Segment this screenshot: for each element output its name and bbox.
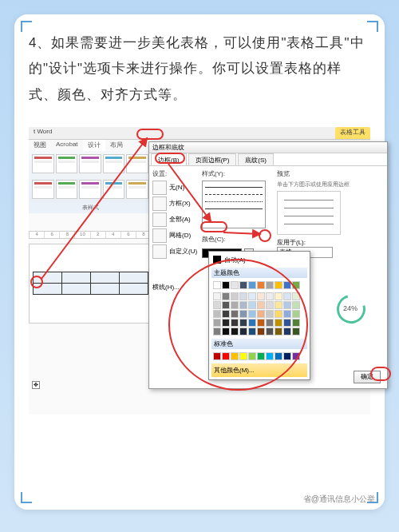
style-thumb[interactable] bbox=[56, 154, 78, 173]
color-swatch[interactable] bbox=[266, 281, 274, 289]
style-thumb[interactable] bbox=[126, 180, 148, 199]
color-swatch[interactable] bbox=[292, 352, 300, 360]
color-swatch[interactable] bbox=[248, 310, 256, 318]
color-swatch[interactable] bbox=[292, 310, 300, 318]
style-thumb[interactable] bbox=[79, 180, 101, 199]
color-swatch[interactable] bbox=[231, 281, 239, 289]
color-swatch[interactable] bbox=[292, 292, 300, 300]
color-swatch[interactable] bbox=[292, 281, 300, 289]
table-styles-gallery[interactable] bbox=[29, 151, 152, 177]
color-swatch[interactable] bbox=[266, 328, 274, 335]
color-swatch[interactable] bbox=[283, 352, 291, 360]
color-swatch[interactable] bbox=[248, 328, 256, 335]
color-swatch[interactable] bbox=[239, 352, 247, 360]
style-thumb[interactable] bbox=[32, 154, 54, 173]
color-swatch[interactable] bbox=[213, 281, 221, 289]
color-swatch[interactable] bbox=[222, 310, 230, 318]
color-swatch[interactable] bbox=[222, 281, 230, 289]
style-thumb[interactable] bbox=[103, 180, 125, 199]
color-swatch[interactable] bbox=[239, 328, 247, 335]
color-swatch[interactable] bbox=[257, 328, 265, 335]
color-swatch[interactable] bbox=[257, 292, 265, 300]
color-swatch[interactable] bbox=[283, 319, 291, 327]
color-swatch[interactable] bbox=[231, 328, 239, 335]
color-swatch[interactable] bbox=[275, 319, 282, 327]
style-thumb[interactable] bbox=[32, 180, 54, 199]
preset-none[interactable]: 无(N) bbox=[152, 181, 199, 195]
color-swatch[interactable] bbox=[248, 352, 256, 360]
color-swatch[interactable] bbox=[239, 281, 247, 289]
table-move-handle[interactable]: ✥ bbox=[32, 381, 40, 389]
color-swatch[interactable] bbox=[213, 292, 221, 300]
color-swatch[interactable] bbox=[283, 292, 291, 300]
color-swatch[interactable] bbox=[266, 319, 274, 327]
preset-all[interactable]: 全部(A) bbox=[152, 212, 199, 227]
color-swatch[interactable] bbox=[222, 319, 230, 327]
color-swatch[interactable] bbox=[275, 292, 282, 300]
auto-color[interactable]: 自动(A) bbox=[211, 254, 307, 266]
color-swatch[interactable] bbox=[266, 292, 274, 300]
style-listbox[interactable] bbox=[202, 181, 266, 228]
style-thumb[interactable] bbox=[126, 154, 148, 173]
preview-box[interactable] bbox=[277, 191, 341, 235]
color-swatch[interactable] bbox=[292, 328, 300, 335]
color-swatch[interactable] bbox=[292, 319, 300, 327]
color-swatch[interactable] bbox=[222, 301, 230, 309]
color-swatch[interactable] bbox=[248, 301, 256, 309]
color-swatch[interactable] bbox=[231, 352, 239, 360]
color-swatch[interactable] bbox=[283, 301, 291, 309]
color-swatch[interactable] bbox=[292, 301, 300, 309]
color-swatch[interactable] bbox=[213, 301, 221, 309]
color-swatch[interactable] bbox=[257, 281, 265, 289]
color-swatch[interactable] bbox=[213, 319, 221, 327]
style-thumb[interactable] bbox=[103, 154, 125, 173]
horiz-line-link[interactable]: 横线(H)... bbox=[152, 283, 199, 292]
style-thumb[interactable] bbox=[56, 180, 78, 199]
preset-box[interactable]: 方框(X) bbox=[152, 197, 199, 211]
color-swatch[interactable] bbox=[257, 319, 265, 327]
color-swatch[interactable] bbox=[257, 352, 265, 360]
tab-view[interactable]: 视图 bbox=[29, 140, 51, 151]
color-swatch[interactable] bbox=[248, 281, 256, 289]
color-swatch[interactable] bbox=[257, 301, 265, 309]
color-swatch[interactable] bbox=[283, 281, 291, 289]
dlg-tab-shading[interactable]: 底纹(S) bbox=[238, 153, 274, 165]
style-thumb[interactable] bbox=[79, 154, 101, 173]
preset-grid[interactable]: 网格(D) bbox=[152, 228, 199, 243]
color-swatch[interactable] bbox=[275, 310, 282, 318]
preset-custom[interactable]: 自定义(U) bbox=[152, 244, 199, 259]
color-swatch[interactable] bbox=[266, 352, 274, 360]
color-swatch[interactable] bbox=[239, 310, 247, 318]
color-swatch[interactable] bbox=[231, 292, 239, 300]
dlg-tab-page[interactable]: 页面边框(P) bbox=[188, 153, 237, 165]
ruler[interactable]: 468 1024 68 bbox=[29, 231, 152, 239]
color-swatch[interactable] bbox=[231, 301, 239, 309]
color-swatch[interactable] bbox=[266, 310, 274, 318]
tab-acrobat[interactable]: Acrobat bbox=[51, 140, 83, 151]
color-swatch[interactable] bbox=[283, 310, 291, 318]
doc-page[interactable] bbox=[29, 244, 152, 324]
color-swatch[interactable] bbox=[239, 301, 247, 309]
tab-design[interactable]: 设计 bbox=[83, 140, 105, 151]
color-swatch[interactable] bbox=[222, 328, 230, 335]
table-tools-tab[interactable]: 表格工具 bbox=[335, 127, 370, 139]
color-swatch[interactable] bbox=[222, 292, 230, 300]
dlg-tab-border[interactable]: 边框(B) bbox=[151, 153, 187, 165]
color-swatch[interactable] bbox=[239, 292, 247, 300]
ok-button[interactable]: 确定 bbox=[354, 371, 381, 383]
color-swatch[interactable] bbox=[248, 319, 256, 327]
color-swatch[interactable] bbox=[275, 281, 282, 289]
color-swatch[interactable] bbox=[275, 328, 282, 335]
color-swatch[interactable] bbox=[266, 301, 274, 309]
color-swatch[interactable] bbox=[213, 328, 221, 335]
color-swatch[interactable] bbox=[213, 352, 221, 360]
color-swatch[interactable] bbox=[257, 310, 265, 318]
color-swatch[interactable] bbox=[239, 319, 247, 327]
more-colors[interactable]: 其他颜色(M)... bbox=[211, 363, 307, 377]
color-swatch[interactable] bbox=[275, 301, 282, 309]
tab-layout[interactable]: 布局 bbox=[105, 140, 128, 151]
color-swatch[interactable] bbox=[213, 310, 221, 318]
color-swatch[interactable] bbox=[222, 352, 230, 360]
color-swatch[interactable] bbox=[231, 310, 239, 318]
color-swatch[interactable] bbox=[231, 319, 239, 327]
